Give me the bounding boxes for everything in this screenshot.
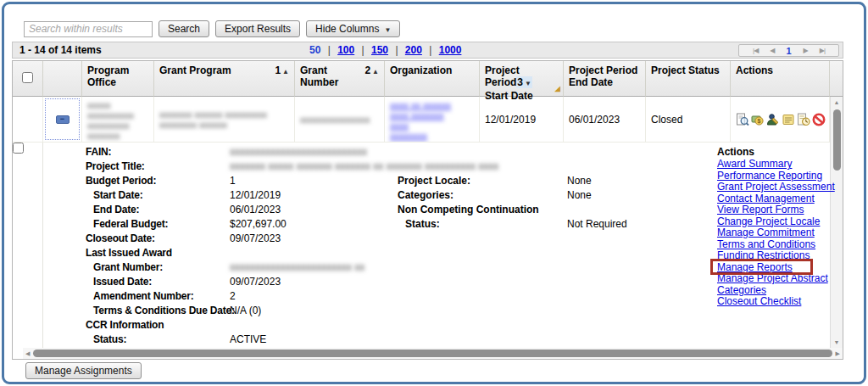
field-label: Project Title:	[86, 160, 230, 172]
notes-icon[interactable]	[782, 113, 795, 126]
sort-handle-icon[interactable]: ◢	[555, 83, 560, 95]
sort-asc-icon: ▲	[372, 68, 379, 76]
row-select-checkbox[interactable]	[13, 143, 24, 154]
end-date-cell: 06/01/2023	[564, 97, 646, 143]
grant-number-cell: xxxxxxxxxxxxxxx	[295, 97, 385, 143]
scroll-right-icon[interactable]: ▶	[836, 350, 840, 357]
redacted-text: xxxxxxxxxxxxxxx	[300, 115, 370, 125]
field-value: ACTIVE	[230, 333, 266, 345]
redacted-text: xxxxx	[87, 100, 148, 110]
section-header: CCR Information	[86, 319, 230, 331]
page-size-50[interactable]: 50	[309, 44, 320, 56]
page-size-200[interactable]: 200	[405, 44, 422, 56]
action-link-terms-and-conditions[interactable]: Terms and Conditions	[717, 238, 815, 250]
col-header-program-office[interactable]: Program Office	[82, 61, 154, 97]
organization-link-redacted[interactable]: xxxx xx xxxxxx	[390, 100, 474, 110]
field-label: Status:	[398, 218, 567, 230]
select-all-checkbox[interactable]	[22, 72, 33, 83]
action-link-funding-restrictions[interactable]: Funding Restrictions	[717, 249, 810, 261]
action-link-manage-project-abstract[interactable]: Manage Project Abstract	[717, 272, 828, 284]
page-size-150[interactable]: 150	[371, 44, 388, 56]
col-label: Grant Program	[159, 64, 231, 76]
col-label: End Date	[569, 76, 640, 88]
sort-desc-icon: ▼	[525, 80, 531, 87]
hide-columns-button[interactable]: Hide Columns▼	[306, 20, 400, 37]
results-table: Program Office Grant Program 1▲ Grant Nu…	[12, 60, 843, 360]
col-header-grant-number[interactable]: Grant Number 2▲	[295, 61, 385, 97]
col-header-organization[interactable]: Organization	[385, 61, 480, 97]
col-header-project-status[interactable]: Project Status	[646, 61, 731, 97]
project-status-cell: Closed	[646, 97, 731, 143]
history-icon[interactable]	[797, 113, 810, 126]
search-button[interactable]: Search	[159, 20, 209, 37]
action-link-grant-project-assessment[interactable]: Grant Project Assessment	[717, 181, 835, 193]
scrollbar-header-spacer	[830, 61, 843, 97]
organization-link-redacted[interactable]: xxxx xxxxxxx	[390, 110, 474, 120]
field-value: Not Required	[567, 218, 627, 230]
chevron-down-icon: ▼	[384, 26, 391, 34]
field-label: Status:	[86, 333, 230, 345]
action-link-view-report-forms[interactable]: View Report Forms	[717, 204, 804, 215]
col-header-pp-start-date[interactable]: Project Period3▼ Start Date ◢	[480, 61, 564, 97]
field-value: 12/01/2019	[230, 189, 281, 201]
page-size-1000[interactable]: 1000	[439, 44, 462, 56]
redacted-value: xxxxxxx xxxxx xxxxxxx xxxxxxx xx xxxxxxx…	[230, 160, 498, 172]
expand-cell: −	[43, 97, 82, 143]
expand-column-header	[43, 61, 82, 97]
no-access-icon[interactable]	[812, 113, 826, 126]
action-link-change-project-locale[interactable]: Change Project Locale	[717, 215, 820, 227]
row-checkbox-cell	[13, 97, 43, 143]
action-link-manage-reports[interactable]: Manage Reports	[717, 261, 793, 273]
horizontal-scrollbar[interactable]: ◀ ▶	[23, 348, 843, 359]
field-label: Grant Number:	[86, 261, 230, 273]
svg-text:$: $	[758, 118, 761, 125]
organization-link-redacted[interactable]: xxxx	[390, 120, 474, 131]
col-header-actions: Actions	[731, 61, 830, 97]
scroll-down-icon[interactable]: ▼	[834, 337, 840, 348]
action-link-manage-commitment[interactable]: Manage Commitment	[717, 227, 815, 238]
col-header-grant-program[interactable]: Grant Program 1▲	[154, 61, 295, 97]
action-link-award-summary[interactable]: Award Summary	[717, 158, 792, 170]
funding-icon[interactable]: $	[751, 113, 765, 126]
field-value: 06/01/2023	[230, 204, 281, 215]
last-page-button[interactable]: ▶|	[820, 47, 825, 54]
field-label: Issued Date:	[86, 276, 230, 288]
separator: |	[395, 44, 398, 56]
prev-page-button[interactable]: ◀	[770, 47, 774, 54]
sort-order: 2	[364, 64, 370, 76]
organization-link-redacted[interactable]: xxxxxxxx	[390, 131, 474, 141]
table-row: − xxxxx xxxxxxxxxx xxxxxxxxx xxxxxxx xxx…	[13, 97, 830, 143]
first-page-button[interactable]: |◀	[753, 47, 758, 54]
focused-cell-outline: −	[45, 98, 80, 140]
field-label: Categories:	[398, 189, 567, 201]
action-link-categories[interactable]: Categories	[717, 284, 766, 296]
start-date-cell: 12/01/2019	[480, 97, 564, 143]
toolbar: Search Export Results Hide Columns▼	[24, 20, 856, 38]
action-link-contact-management[interactable]: Contact Management	[717, 193, 815, 204]
col-label: Start Date	[485, 90, 558, 102]
field-value: None	[567, 189, 592, 201]
manage-assignments-button[interactable]: Manage Assignments	[25, 362, 142, 379]
table-header-row: Program Office Grant Program 1▲ Grant Nu…	[13, 61, 843, 97]
action-link-closeout-checklist[interactable]: Closeout Checklist	[717, 295, 801, 307]
col-header-pp-end-date[interactable]: Project Period End Date	[564, 61, 646, 97]
field-label: Amendment Number:	[86, 290, 230, 302]
export-results-button[interactable]: Export Results	[215, 20, 300, 37]
redacted-text: xxxxxxx xxxxxx xxxxxxxxx	[159, 109, 267, 120]
horizontal-scroll-thumb[interactable]	[33, 350, 832, 357]
separator: |	[362, 44, 364, 56]
separator: |	[328, 44, 331, 56]
page-size-100[interactable]: 100	[337, 44, 354, 56]
view-report-icon[interactable]	[736, 113, 749, 126]
search-input[interactable]	[24, 21, 153, 37]
action-link-performance-reporting[interactable]: Performance Reporting	[717, 170, 822, 182]
next-page-button[interactable]: ▶	[804, 47, 808, 54]
field-value: $207,697.00	[230, 218, 287, 230]
col-label: Project Period	[569, 64, 640, 76]
separator: |	[429, 44, 431, 56]
scroll-left-icon[interactable]: ◀	[25, 350, 30, 357]
contact-edit-icon[interactable]	[766, 113, 780, 126]
collapse-row-button[interactable]: −	[56, 115, 70, 124]
field-value: 09/07/2023	[230, 276, 281, 288]
scroll-up-icon[interactable]: ▲	[834, 97, 840, 108]
